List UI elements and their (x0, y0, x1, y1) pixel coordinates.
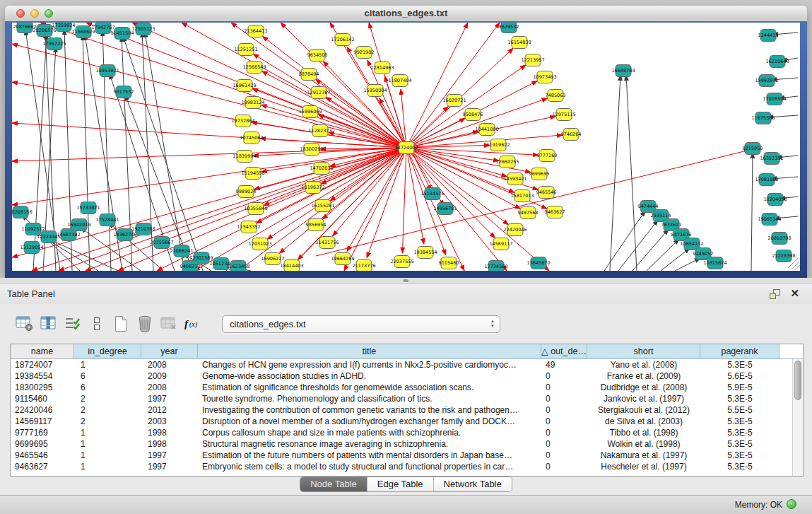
new-table-icon[interactable] (110, 313, 131, 334)
column-chooser-icon[interactable] (38, 313, 59, 334)
graph-node-label: 19384554 (413, 250, 437, 255)
close-panel-icon[interactable]: ✕ (790, 287, 799, 300)
graph-node-label: 11282373 (308, 128, 331, 134)
table-row[interactable]: 1938455462009Genome-wide association stu… (11, 370, 792, 382)
table-row[interactable]: 1830029562008Estimation of significance … (11, 382, 792, 393)
graph-node-label: 11431756 (315, 240, 339, 245)
citation-edge (751, 153, 753, 271)
table-row[interactable]: 1872400712008Changes of HCN gene express… (11, 359, 792, 370)
table-cell: Tibbo et al. (1998) (587, 427, 700, 438)
table-cell: Estimation of significance thresholds fo… (198, 382, 541, 393)
tab-node-table[interactable]: Node Table (300, 477, 367, 491)
citation-edge-red (406, 23, 468, 148)
graph-node-label: 12566549 (242, 64, 266, 70)
table-row[interactable]: 969969511998Structural magnetic resonanc… (11, 438, 792, 450)
window-titlebar[interactable]: citations_edges.txt (5, 6, 807, 22)
graph-node-label: 16020721 (442, 98, 466, 103)
graph-node-label: 12975115 (552, 112, 575, 117)
table-cell: 5.5E-5 (700, 404, 779, 416)
graph-node-label: 17957225 (42, 41, 66, 47)
node-table: namein_degreeyeartitle△ out_de…shortpage… (10, 344, 804, 477)
panel-splitter[interactable] (0, 278, 812, 284)
table-cell: 5.6E-5 (700, 370, 779, 382)
graph-node-label: 13845670 (526, 260, 550, 266)
table-settings-icon[interactable] (14, 313, 35, 334)
citation-edge-red (12, 148, 406, 205)
graph-node-label: 9408213 (180, 264, 201, 269)
select-rows-icon[interactable] (62, 313, 83, 334)
merge-columns-icon[interactable] (86, 313, 107, 334)
table-select-dropdown[interactable]: citations_edges.txt ▲▼ (222, 315, 500, 333)
table-row[interactable]: 911546021997Tourette syndrome. Phenomeno… (11, 393, 792, 404)
table-row[interactable]: 946554611997Estimation of the future num… (11, 450, 792, 461)
graph-node-label: 11251251 (234, 47, 257, 52)
graph-node-label: 14593421 (503, 176, 526, 182)
table-row[interactable]: 1456911722003Disruption of a novel membe… (11, 416, 792, 427)
graph-node-label: 15194558 (241, 170, 264, 176)
graph-node-label: 16210643 (765, 59, 789, 64)
table-cell: 14569117 (11, 416, 74, 427)
window-title: citations_edges.txt (5, 6, 807, 21)
graph-node-label: 12505123 (131, 26, 155, 32)
citation-edge-red (12, 44, 406, 148)
graph-node-label: 12734569 (484, 264, 507, 269)
graph-node-label: 8215958 (743, 146, 763, 151)
graph-node-label: 11919622 (486, 142, 510, 148)
tab-edge-table[interactable]: Edge Table (367, 477, 433, 491)
table-row[interactable]: 2242004622012Investigating the contribut… (11, 404, 792, 416)
graph-node-label: 20010798 (767, 235, 791, 241)
table-cell: 19384554 (11, 370, 74, 382)
table-cell: Tourette syndrome. Phenomenology and cla… (198, 393, 541, 404)
column-header-pagerank[interactable]: pagerank (700, 344, 779, 359)
graph-node-label: 17942757 (91, 25, 114, 30)
resize-grip-icon[interactable] (795, 265, 800, 270)
column-header-short[interactable]: short (587, 344, 700, 359)
network-canvas[interactable]: 2136441311251251125665491696142918983124… (12, 23, 800, 271)
column-header-title[interactable]: title (198, 344, 541, 359)
splitter-grip-icon[interactable] (403, 279, 408, 282)
graph-node-label: 17359924 (52, 23, 75, 28)
table-cell: 0 (541, 370, 587, 382)
graph-node-label: 14687392 (57, 232, 80, 238)
application-window: citations_edges.txt 21364413112512511256… (0, 0, 812, 514)
table-cell: 1 (74, 427, 141, 438)
graph-node-label: 12031023 (248, 241, 271, 247)
graph-node-label: 10355849 (244, 206, 267, 211)
function-builder-icon[interactable]: f(x) (182, 313, 204, 334)
table-cell: 18300295 (11, 382, 74, 393)
graph-node-label: 19210358 (131, 226, 155, 232)
delete-table-icon[interactable] (134, 313, 155, 334)
table-cell: 2009 (141, 370, 198, 382)
tab-network-table[interactable]: Network Table (433, 477, 512, 491)
column-header-in_degree[interactable]: in_degree (74, 344, 141, 359)
citation-edge (50, 240, 118, 271)
graph-node-label: 8878494 (299, 71, 319, 77)
table-cell: Jankovic et al. (1997) (587, 393, 700, 404)
column-header-name[interactable]: name (11, 344, 74, 359)
table-cell: Stergiakouli et al. (2012) (587, 404, 700, 416)
graph-node-label: 16352351 (760, 156, 783, 161)
table-row[interactable]: 946362711997Embryonic stem cells: a mode… (11, 461, 792, 472)
table-cell: Disruption of a novel member of a sodium… (198, 416, 541, 427)
table-cell: 0 (541, 382, 587, 393)
column-header-out_de[interactable]: △ out_de… (541, 344, 587, 359)
dropdown-stepper-icon: ▲▼ (486, 319, 500, 329)
graph-node-label: 21066241 (170, 248, 193, 254)
network-view-frame: 2136441311251251125665491696142918983124… (5, 21, 807, 278)
graph-node-label: 16961429 (233, 83, 256, 88)
citation-edge (626, 75, 637, 271)
graph-node-label: 12213957 (521, 57, 544, 63)
graph-node-label: 17081983 (755, 177, 778, 182)
table-cell: de Silva et al. (2003) (587, 416, 700, 427)
column-header-year[interactable]: year (141, 344, 198, 359)
graph-node-label: 2935114 (651, 213, 671, 218)
table-toolbar: f(x) citations_edges.txt ▲▼ (0, 304, 812, 344)
table-cell: 1 (74, 450, 141, 461)
graph-node-label: 16154838 (507, 40, 531, 45)
scrollbar-thumb[interactable] (794, 361, 801, 400)
table-scrollbar[interactable] (792, 359, 803, 476)
graph-node-label: 7485063 (546, 93, 566, 98)
table-row[interactable]: 977716911998Corpus callosum shape and si… (11, 427, 792, 438)
graph-node-label: 10973493 (533, 74, 556, 80)
float-panel-icon[interactable] (770, 289, 781, 299)
